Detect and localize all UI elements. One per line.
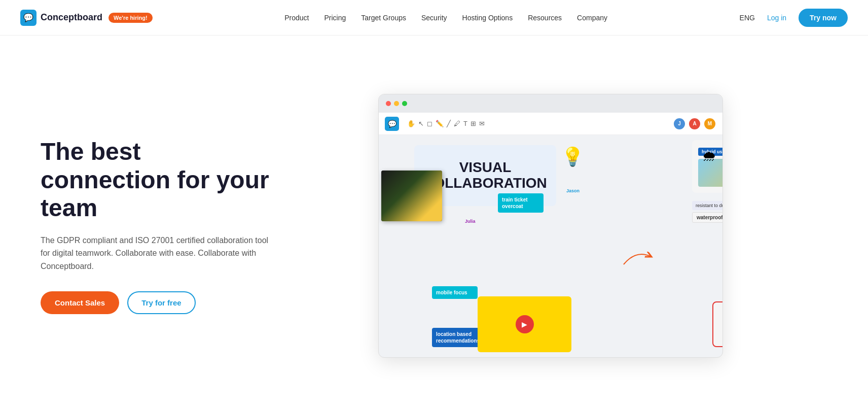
hand-tool-icon[interactable]: ✋ — [407, 120, 415, 127]
waterproof-badge: waterproof — [692, 212, 722, 223]
nav-links: Product Pricing Target Groups Security H… — [278, 10, 613, 26]
hero-right: 💬 ✋ ↖ ◻ ✏️ ╱ 🖊 T ⊞ ✉ J A M — [274, 94, 827, 358]
yellow-video-panel: ▶ — [478, 296, 571, 352]
marker-tool-icon[interactable]: 🖊 — [454, 120, 460, 127]
hero-description: The GDPR compliant and ISO 27001 certifi… — [41, 234, 274, 273]
nav-link-company[interactable]: Company — [571, 10, 613, 26]
hero-buttons: Contact Sales Try for free — [41, 291, 274, 314]
toolbar-icons: ✋ ↖ ◻ ✏️ ╱ 🖊 T ⊞ ✉ — [407, 120, 669, 127]
hero-title: The best connection for your team — [41, 138, 274, 222]
gps-card: GPS walking stick — [712, 301, 722, 347]
cursor-julia-label: Julia — [465, 219, 476, 224]
hero-left: The best connection for your team The GD… — [41, 138, 274, 314]
board-logo-icon: 💬 — [385, 117, 399, 131]
cursor-jason-label: Jason — [566, 188, 580, 193]
logo-link[interactable]: 💬 Conceptboard — [20, 10, 102, 26]
erase-tool-icon[interactable]: ◻ — [427, 120, 432, 127]
maximize-dot — [402, 101, 407, 106]
nav-left: 💬 Conceptboard We're hiring! — [20, 10, 153, 26]
play-button-icon[interactable]: ▶ — [516, 315, 534, 333]
board-titlebar — [379, 94, 722, 113]
avatar-3: M — [703, 117, 716, 130]
toolbar-avatars: J A M — [673, 117, 716, 130]
avatar-2: A — [688, 117, 701, 130]
avatar-1: J — [673, 117, 686, 130]
dust-waterproof-section: resistant to dust waterproof — [692, 197, 722, 224]
logo-icon: 💬 — [20, 10, 37, 26]
select-tool-icon[interactable]: ↖ — [418, 120, 424, 127]
login-button[interactable]: Log in — [761, 10, 792, 26]
cloud-icon: 🌧 — [702, 148, 716, 164]
try-now-button[interactable]: Try now — [799, 9, 848, 27]
line-tool-icon[interactable]: ╱ — [447, 120, 451, 127]
nav-link-hosting[interactable]: Hosting Options — [456, 10, 519, 26]
nav-link-security[interactable]: Security — [415, 10, 453, 26]
minimize-dot — [394, 101, 399, 106]
photo-card: Jane — [381, 171, 442, 221]
try-for-free-button[interactable]: Try for free — [127, 291, 195, 314]
nav-link-resources[interactable]: Resources — [522, 10, 568, 26]
hero-section: The best connection for your team The GD… — [0, 36, 868, 406]
close-dot — [386, 101, 391, 106]
resistant-badge: resistant to dust — [692, 201, 722, 210]
table-tool-icon[interactable]: ⊞ — [471, 120, 476, 127]
train-ticket-sticky: train ticket overcoat — [498, 193, 544, 213]
navbar: 💬 Conceptboard We're hiring! Product Pri… — [0, 0, 868, 36]
text-tool-icon[interactable]: T — [463, 120, 467, 127]
location-based-sticky: location based recommendations — [432, 328, 480, 347]
mobile-focus-sticky: mobile focus — [432, 286, 478, 299]
contact-sales-button[interactable]: Contact Sales — [41, 291, 119, 314]
nav-right: ENG Log in Try now — [740, 9, 848, 27]
pen-tool-icon[interactable]: ✏️ — [436, 120, 444, 127]
logo-text: Conceptboard — [41, 12, 102, 23]
shape-tool-icon[interactable]: ✉ — [479, 120, 485, 127]
language-selector[interactable]: ENG — [740, 14, 755, 22]
nav-link-target-groups[interactable]: Target Groups — [355, 10, 412, 26]
board-canvas: VISUALCOLLABORATION 💡 Jane Julia Jason t… — [379, 135, 722, 357]
nav-link-pricing[interactable]: Pricing — [318, 10, 352, 26]
board-toolbar: 💬 ✋ ↖ ◻ ✏️ ╱ 🖊 T ⊞ ✉ J A M — [379, 113, 722, 135]
board-mockup: 💬 ✋ ↖ ◻ ✏️ ╱ 🖊 T ⊞ ✉ J A M — [378, 94, 723, 358]
lightbulb-icon: 💡 — [561, 146, 584, 167]
photo-inner — [381, 171, 442, 221]
arrow-to-right — [621, 244, 657, 269]
hiring-badge[interactable]: We're hiring! — [108, 13, 153, 23]
nav-link-product[interactable]: Product — [278, 10, 315, 26]
